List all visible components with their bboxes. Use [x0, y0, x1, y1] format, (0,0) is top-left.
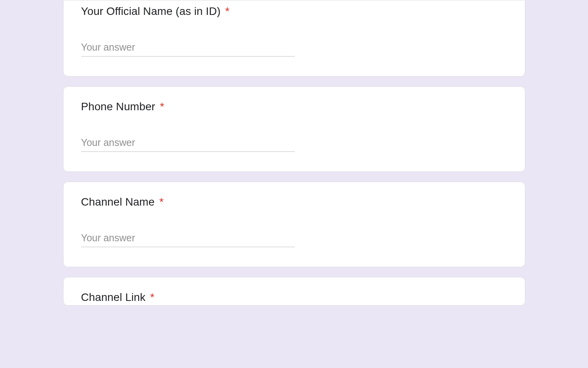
question-text: Channel Link: [81, 291, 146, 303]
required-asterisk: *: [150, 291, 154, 303]
phone-number-input[interactable]: [81, 135, 295, 152]
official-name-input[interactable]: [81, 39, 295, 56]
question-text: Your Official Name (as in ID): [81, 5, 221, 17]
form-container: Your Official Name (as in ID) * Phone Nu…: [40, 0, 548, 306]
required-asterisk: *: [160, 100, 164, 113]
question-label: Your Official Name (as in ID) *: [81, 5, 507, 18]
question-label: Channel Link *: [81, 291, 507, 304]
channel-name-input[interactable]: [81, 230, 295, 247]
question-label: Channel Name *: [81, 196, 507, 208]
question-text: Channel Name: [81, 196, 155, 208]
required-asterisk: *: [159, 196, 163, 208]
question-label: Phone Number *: [81, 100, 507, 113]
required-asterisk: *: [225, 5, 230, 17]
question-card-channel-name: Channel Name *: [63, 182, 525, 267]
question-card-phone-number: Phone Number *: [63, 86, 525, 172]
question-card-channel-link: Channel Link *: [63, 277, 525, 306]
question-text: Phone Number: [81, 100, 156, 113]
question-card-official-name: Your Official Name (as in ID) *: [63, 0, 525, 77]
